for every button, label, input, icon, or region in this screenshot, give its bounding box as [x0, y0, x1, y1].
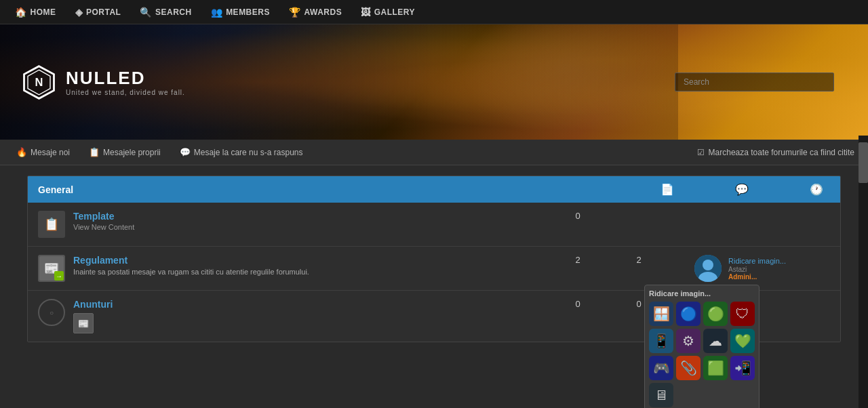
popup-app-steam[interactable]: 🎮: [649, 356, 673, 363]
chat-icon: 💬: [180, 147, 191, 157]
fire-icon: 🔥: [16, 147, 27, 157]
last-col-icon: 🕐: [810, 183, 823, 196]
popup-title: Ridicare imagin...: [649, 289, 755, 298]
topics-col-icon: 📄: [660, 183, 674, 196]
popup-app-bluetooth[interactable]: 🔵: [676, 302, 701, 326]
nav-members-label: MEMBERS: [226, 7, 270, 17]
popup-app-cloud[interactable]: ☁: [703, 329, 728, 353]
nav-search-label: SEARCH: [155, 7, 192, 17]
nav-portal[interactable]: ◈ PORTAL: [67, 0, 130, 24]
regulament-forum-stats: 2 2: [551, 255, 686, 265]
popup-app-5[interactable]: 📱: [649, 329, 673, 353]
anunturi-forum-icon: ○: [38, 299, 65, 326]
mesaje-raspuns-label: Mesaje la care nu s-a raspuns: [194, 148, 303, 157]
logo-icon: N: [20, 64, 58, 101]
toolbar-mesaje-raspuns[interactable]: 💬 Mesaje la care nu s-a raspuns: [177, 140, 306, 165]
toolbar-right: ☑ Marcheaza toate forumurile ca fiind ci…: [697, 148, 854, 157]
section-header: General 📄 💬 🕐: [28, 176, 840, 203]
template-forum-info: Template View New Content: [73, 211, 542, 231]
nav-search[interactable]: 🔍 SEARCH: [132, 0, 199, 24]
toolbar-mesaje-noi[interactable]: 🔥 Mesaje noi: [14, 140, 73, 165]
last-post-info: Ridicare imagin... Astazi Admini...: [728, 257, 830, 281]
regulament-forum-last: Ridicare imagin... Astazi Admini...: [694, 255, 830, 282]
nav-awards-label: AWARDS: [304, 7, 342, 17]
top-navigation: 🏠 HOME ◈ PORTAL 🔍 SEARCH 👥 MEMBERS 🏆 AWA…: [0, 0, 868, 24]
gallery-icon: 🖼: [361, 7, 371, 18]
template-forum-icon: 📋: [38, 211, 65, 238]
nav-home-label: HOME: [31, 7, 56, 17]
regulament-forum-icon: 📰 →: [38, 255, 65, 282]
template-forum-stats: 0: [551, 211, 686, 221]
document-icon: 📋: [44, 217, 59, 232]
regulament-topics-count: 2: [551, 255, 605, 265]
popup-app-12[interactable]: 📲: [730, 356, 755, 363]
posts-col-icon: 💬: [735, 183, 749, 196]
template-forum-subtitle: View New Content: [73, 223, 542, 231]
anunturi-forum-info: Anunturi 📰: [73, 299, 542, 333]
regulament-forum-info: Regulament Inainte sa postati mesaje va …: [73, 255, 542, 276]
nav-gallery-label: GALLERY: [374, 7, 415, 17]
members-icon: 👥: [211, 7, 223, 18]
popup-app-office[interactable]: 📎: [676, 356, 701, 363]
newspaper2-icon: 📰: [78, 319, 89, 329]
template-topics-count: 0: [551, 211, 605, 221]
regulament-forum-title[interactable]: Regulament: [73, 255, 542, 266]
app-icons-popup[interactable]: Ridicare imagin... 🪟 🔵 🟢 🛡 📱 ⚙ ☁ 💚 🎮 📎 🟩…: [644, 285, 760, 363]
last-post-date: Astazi: [728, 266, 830, 273]
site-name: NULLED: [66, 68, 185, 89]
popup-app-security[interactable]: 🛡: [730, 302, 755, 326]
mark-all-icon: ☑: [697, 148, 705, 157]
portal-icon: ◈: [75, 7, 83, 18]
search-input[interactable]: [675, 73, 834, 91]
svg-text:N: N: [35, 76, 43, 88]
search-nav-icon: 🔍: [140, 7, 152, 18]
nav-portal-label: PORTAL: [86, 7, 121, 17]
section-title: General: [38, 184, 660, 195]
template-forum-title[interactable]: Template: [73, 211, 542, 222]
popup-app-8[interactable]: 💚: [730, 329, 755, 353]
toolbar-left: 🔥 Mesaje noi 📋 Mesajele proprii 💬 Mesaje…: [14, 140, 305, 165]
page-scrollbar[interactable]: [859, 136, 868, 363]
popup-app-6[interactable]: ⚙: [676, 329, 701, 353]
regulament-forum-desc: Inainte sa postati mesaje va rugam sa ci…: [73, 268, 542, 276]
popup-app-11[interactable]: 🟩: [703, 356, 728, 363]
scrollbar-thumb[interactable]: [859, 142, 868, 183]
nav-awards[interactable]: 🏆 AWARDS: [281, 0, 350, 24]
forum-row-template: 📋 Template View New Content 0: [28, 203, 840, 247]
regulament-posts-count: 2: [612, 255, 666, 265]
last-topic-title[interactable]: Ridicare imagin...: [728, 257, 830, 265]
arrow-icon: →: [56, 272, 62, 280]
toolbar-bar: 🔥 Mesaje noi 📋 Mesajele proprii 💬 Mesaje…: [0, 140, 868, 165]
header-banner: N NULLED United we stand, divided we fal…: [0, 24, 868, 140]
site-tagline: United we stand, divided we fall.: [66, 89, 185, 96]
awards-icon: 🏆: [289, 7, 301, 18]
home-icon: 🏠: [15, 7, 27, 18]
logo-area: N NULLED United we stand, divided we fal…: [0, 64, 185, 101]
popup-app-nvidia[interactable]: 🟢: [703, 302, 728, 326]
popup-app-windows[interactable]: 🪟: [649, 302, 673, 326]
header-creature-bg: [461, 24, 678, 140]
mesajele-proprii-label: Mesajele proprii: [103, 148, 161, 157]
circle-icon: ○: [50, 309, 54, 317]
anunturi-topics-count: 0: [551, 299, 605, 309]
logo-text: NULLED United we stand, divided we fall.: [66, 68, 185, 96]
svg-point-4: [703, 260, 713, 270]
anunturi-forum-title[interactable]: Anunturi: [73, 299, 542, 310]
mark-all-label[interactable]: Marcheaza toate forumurile ca fiind citi…: [709, 148, 854, 157]
nav-members[interactable]: 👥 MEMBERS: [203, 0, 278, 24]
last-post-avatar: [694, 255, 722, 282]
nav-home[interactable]: 🏠 HOME: [7, 0, 64, 24]
nav-gallery[interactable]: 🖼 GALLERY: [353, 0, 423, 24]
toolbar-mesajele-proprii[interactable]: 📋 Mesajele proprii: [86, 140, 163, 165]
clipboard-icon: 📋: [89, 147, 100, 157]
column-icons: 📄 💬 🕐: [660, 183, 830, 196]
header-search-area: [675, 73, 834, 91]
mesaje-noi-label: Mesaje noi: [31, 148, 70, 157]
avatar-image: [694, 255, 722, 282]
last-post-by: Admini...: [728, 273, 830, 281]
